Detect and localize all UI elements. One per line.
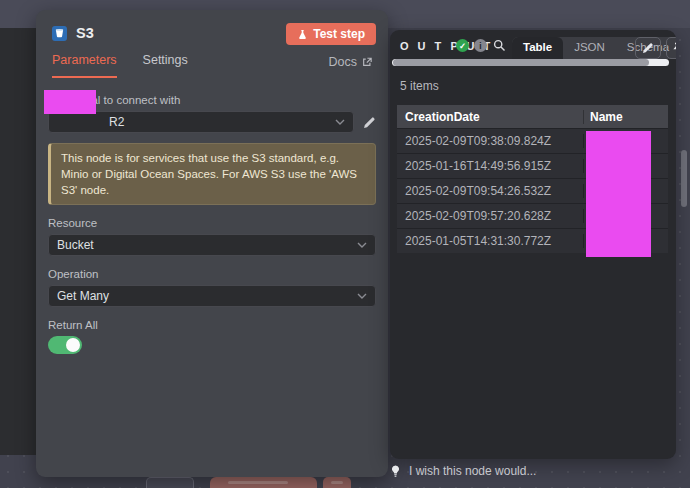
test-step-button[interactable]: Test step — [286, 23, 376, 45]
tab-table[interactable]: Table — [512, 37, 563, 59]
cell-creation-date: 2025-01-16T14:49:56.915Z — [397, 159, 583, 173]
chevron-down-icon — [335, 119, 345, 125]
s3-node-icon — [52, 26, 67, 41]
tab-json[interactable]: JSON — [563, 37, 616, 59]
cell-creation-date: 2025-02-09T09:54:26.532Z — [397, 184, 583, 198]
horizontal-scrollbar-thumb[interactable] — [393, 59, 649, 66]
dimmed-canvas-button — [323, 477, 351, 488]
output-panel-header: O U T P U T ✓ i Table JSON Schema — [390, 30, 676, 59]
credential-select[interactable]: R2 — [48, 111, 354, 133]
node-title: S3 — [76, 25, 94, 41]
left-sidebar — [0, 28, 36, 455]
docs-label: Docs — [329, 55, 357, 69]
credential-value: R2 — [57, 115, 124, 129]
operation-label: Operation — [48, 268, 376, 280]
table-header-row: CreationDate Name — [397, 105, 668, 128]
success-check-icon: ✓ — [456, 39, 469, 52]
toggle-knob — [66, 338, 80, 352]
tab-settings[interactable]: Settings — [143, 53, 188, 78]
chevron-down-icon — [357, 242, 367, 248]
external-link-icon — [362, 57, 372, 67]
cell-creation-date: 2025-02-09T09:38:09.824Z — [397, 134, 583, 148]
operation-value: Get Many — [57, 289, 109, 303]
resource-value: Bucket — [57, 238, 94, 252]
tab-parameters[interactable]: Parameters — [52, 53, 117, 78]
node-notice: This node is for services that use the S… — [48, 143, 376, 205]
edit-output-button[interactable] — [635, 37, 661, 59]
search-icon[interactable] — [493, 39, 506, 52]
credential-label: Credential to connect with — [48, 94, 376, 106]
test-step-label: Test step — [313, 27, 365, 41]
redaction-box-name-column — [586, 131, 651, 257]
items-count: 5 items — [400, 79, 676, 93]
resource-label: Resource — [48, 217, 376, 229]
node-panel-tabs: Parameters Settings Docs — [36, 41, 388, 78]
wish-text: I wish this node would... — [409, 464, 536, 478]
edit-credential-icon[interactable] — [363, 116, 376, 129]
return-all-toggle[interactable] — [48, 336, 82, 354]
node-panel-header: S3 Test step — [36, 10, 388, 41]
operation-select[interactable]: Get Many — [48, 285, 376, 307]
pin-output-button[interactable] — [666, 37, 676, 59]
horizontal-scrollbar[interactable] — [392, 59, 669, 66]
cell-creation-date: 2025-01-05T14:31:30.772Z — [397, 234, 583, 248]
column-header-creationdate: CreationDate — [397, 110, 583, 124]
dimmed-canvas-node — [146, 477, 194, 488]
dimmed-test-workflow-button — [210, 477, 317, 488]
flask-icon — [297, 29, 308, 40]
node-parameters-body: Credential to connect with R2 This node … — [36, 78, 388, 354]
redaction-box-credential — [44, 90, 96, 114]
vertical-scrollbar[interactable] — [681, 150, 687, 207]
cell-creation-date: 2025-02-09T09:57:20.628Z — [397, 209, 583, 223]
info-icon[interactable]: i — [474, 39, 487, 52]
return-all-label: Return All — [48, 319, 376, 331]
column-header-name: Name — [583, 110, 668, 124]
chevron-down-icon — [357, 293, 367, 299]
node-feedback-link[interactable]: I wish this node would... — [390, 464, 536, 478]
resource-select[interactable]: Bucket — [48, 234, 376, 256]
node-settings-panel: S3 Test step Parameters Settings Docs Cr… — [36, 10, 388, 477]
lightbulb-icon — [390, 465, 401, 478]
docs-link[interactable]: Docs — [329, 55, 372, 78]
